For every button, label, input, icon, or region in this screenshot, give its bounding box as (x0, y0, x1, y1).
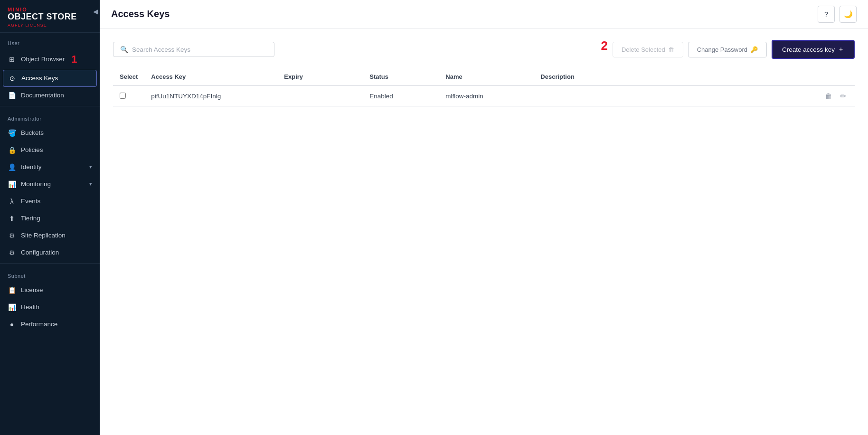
access-keys-table: Select Access Key Expiry Status Name Des… (113, 68, 855, 107)
create-key-label: Create access key (782, 46, 835, 53)
divider-admin-subnet (0, 263, 100, 264)
step2-annotation: 2 (601, 38, 607, 53)
access-keys-table-container: Select Access Key Expiry Status Name Des… (113, 68, 855, 107)
row-action-buttons: 🗑 ✏ (823, 91, 848, 102)
policies-icon: 🔒 (8, 146, 16, 154)
col-header-name: Name (439, 68, 534, 85)
site-replication-icon: ⚙ (8, 231, 16, 240)
col-header-expiry: Expiry (277, 68, 363, 85)
object-browser-icon: ⊞ (8, 55, 16, 64)
sidebar-item-license[interactable]: 📋 License (0, 282, 100, 299)
col-header-actions (816, 68, 855, 85)
sidebar-item-object-browser[interactable]: ⊞ Object Browser 1 (0, 49, 100, 70)
sidebar-item-label: Monitoring (21, 180, 51, 188)
page-content: 🔍 2 Delete Selected 🗑 Change Password 🔑 … (100, 28, 868, 435)
sidebar-item-configuration[interactable]: ⚙ Configuration (0, 244, 100, 261)
row-description-cell (534, 85, 816, 107)
sidebar-item-label: Configuration (21, 249, 59, 256)
performance-icon: ● (8, 320, 16, 329)
delete-selected-label: Delete Selected (622, 46, 665, 53)
row-checkbox-cell[interactable] (113, 85, 144, 107)
access-keys-icon: ⊙ (8, 74, 17, 83)
col-header-select: Select (113, 68, 144, 85)
sidebar-item-identity[interactable]: 👤 Identity ▾ (0, 159, 100, 176)
sidebar-item-label: Tiering (21, 215, 40, 222)
table-header: Select Access Key Expiry Status Name Des… (113, 68, 855, 85)
sidebar-item-label: Access Keys (21, 75, 58, 82)
brand-objectstore: OBJECT STORE (8, 12, 77, 22)
identity-chevron-icon: ▾ (89, 164, 92, 170)
health-icon: 📊 (8, 303, 16, 312)
identity-icon: 👤 (8, 163, 16, 171)
sidebar-item-label: Performance (21, 321, 57, 328)
change-password-label: Change Password (697, 46, 747, 53)
row-checkbox[interactable] (120, 93, 126, 99)
sidebar-item-label: Site Replication (21, 232, 66, 239)
sidebar-item-label: Policies (21, 146, 43, 153)
create-access-key-button[interactable]: Create access key ＋ (772, 40, 855, 59)
row-expiry-cell (277, 85, 363, 107)
table-body: pifUu1NTUYXD14pFInlg Enabled mlflow-admi… (113, 85, 855, 107)
help-button[interactable]: ? (818, 6, 835, 23)
sidebar-item-label: License (21, 286, 43, 293)
sidebar-item-label: Health (21, 303, 39, 311)
license-icon: 📋 (8, 286, 16, 294)
row-actions-cell: 🗑 ✏ (816, 85, 855, 107)
sidebar-item-access-keys[interactable]: ⊙ Access Keys (3, 70, 97, 87)
sidebar-item-label: Buckets (21, 129, 44, 136)
sidebar-item-label: Identity (21, 163, 42, 170)
row-delete-button[interactable]: 🗑 (823, 91, 834, 102)
sidebar-item-label: Documentation (21, 92, 64, 99)
monitoring-icon: 📊 (8, 180, 16, 189)
tiering-icon: ⬆ (8, 214, 16, 223)
row-edit-button[interactable]: ✏ (838, 91, 848, 102)
admin-section-label: Administrator (0, 108, 100, 124)
subnet-section-label: Subnet (0, 265, 100, 282)
plus-icon: ＋ (838, 45, 844, 54)
sidebar-item-health[interactable]: 📊 Health (0, 299, 100, 316)
step1-annotation: 1 (71, 53, 77, 66)
brand-license: AGFLY LICENSE (8, 23, 47, 28)
main-content-area: Access Keys ? 🌙 🔍 2 Delete Selected 🗑 Ch (100, 0, 868, 435)
col-header-access-key: Access Key (144, 68, 277, 85)
col-header-status: Status (363, 68, 439, 85)
sidebar-item-documentation[interactable]: 📄 Documentation (0, 87, 100, 104)
sidebar-item-label: Events (21, 198, 40, 205)
delete-selected-button[interactable]: Delete Selected 🗑 (613, 42, 683, 57)
page-title: Access Keys (111, 9, 170, 19)
table-row: pifUu1NTUYXD14pFInlg Enabled mlflow-admi… (113, 85, 855, 107)
buckets-icon: 🪣 (8, 129, 16, 137)
search-box[interactable]: 🔍 (113, 42, 274, 57)
key-icon: 🔑 (750, 46, 758, 53)
logo-area: MINIO OBJECT STORE AGFLY LICENSE ◀ (0, 0, 100, 33)
toolbar-right-actions: 2 Delete Selected 🗑 Change Password 🔑 Cr… (601, 40, 855, 59)
sidebar-item-buckets[interactable]: 🪣 Buckets (0, 124, 100, 142)
sidebar-item-label: Object Browser (21, 56, 65, 63)
divider-user-admin (0, 106, 100, 106)
sidebar-item-site-replication[interactable]: ⚙ Site Replication (0, 227, 100, 244)
configuration-icon: ⚙ (8, 248, 16, 257)
sidebar: MINIO OBJECT STORE AGFLY LICENSE ◀ User … (0, 0, 100, 435)
toolbar-row: 🔍 2 Delete Selected 🗑 Change Password 🔑 … (113, 40, 855, 59)
sidebar-item-monitoring[interactable]: 📊 Monitoring ▾ (0, 176, 100, 193)
sidebar-item-tiering[interactable]: ⬆ Tiering (0, 210, 100, 227)
events-icon: λ (8, 197, 16, 206)
sidebar-item-policies[interactable]: 🔒 Policies (0, 142, 100, 159)
search-input[interactable] (132, 46, 267, 53)
row-status-cell: Enabled (363, 85, 439, 107)
search-icon: 🔍 (120, 46, 128, 53)
documentation-icon: 📄 (8, 91, 16, 100)
row-name-cell: mlflow-admin (439, 85, 534, 107)
col-header-description: Description (534, 68, 816, 85)
change-password-button[interactable]: Change Password 🔑 (688, 42, 767, 57)
sidebar-item-performance[interactable]: ● Performance (0, 316, 100, 333)
topbar-actions: ? 🌙 (818, 6, 857, 23)
monitoring-chevron-icon: ▾ (89, 181, 92, 187)
row-access-key-cell: pifUu1NTUYXD14pFInlg (144, 85, 277, 107)
sidebar-collapse-button[interactable]: ◀ (91, 7, 100, 16)
theme-toggle-button[interactable]: 🌙 (840, 6, 857, 23)
sidebar-item-events[interactable]: λ Events (0, 193, 100, 210)
topbar: Access Keys ? 🌙 (100, 0, 868, 28)
delete-icon: 🗑 (668, 46, 674, 53)
user-section-label: User (0, 33, 100, 49)
